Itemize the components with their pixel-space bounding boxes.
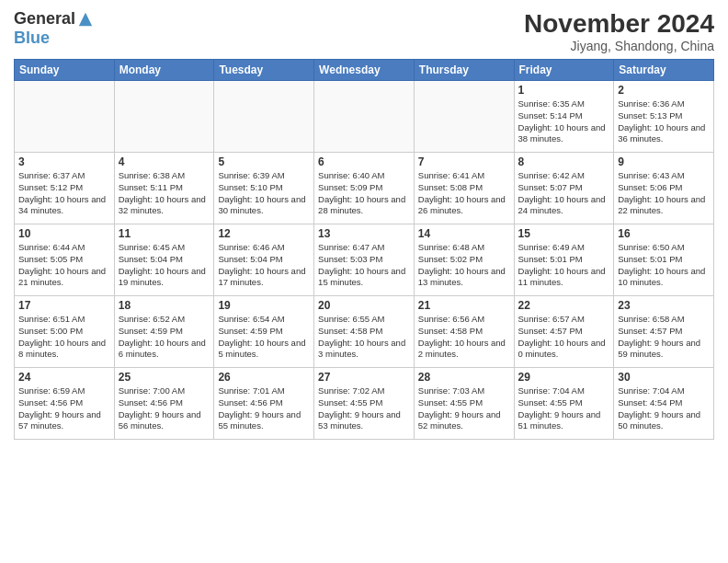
day-number: 14 — [418, 227, 510, 240]
table-row: 8Sunrise: 6:42 AM Sunset: 5:07 PM Daylig… — [514, 153, 614, 224]
title-area: November 2024 Jiyang, Shandong, China — [524, 9, 714, 53]
table-row: 30Sunrise: 7:04 AM Sunset: 4:54 PM Dayli… — [614, 368, 714, 440]
day-number: 28 — [418, 371, 510, 384]
day-number: 29 — [518, 371, 610, 384]
day-info: Sunrise: 6:44 AM Sunset: 5:05 PM Dayligh… — [18, 242, 110, 289]
day-number: 8 — [518, 155, 610, 168]
logo-general-text: General — [14, 9, 75, 29]
calendar-week-row: 10Sunrise: 6:44 AM Sunset: 5:05 PM Dayli… — [15, 224, 714, 296]
table-row: 28Sunrise: 7:03 AM Sunset: 4:55 PM Dayli… — [414, 368, 514, 440]
day-info: Sunrise: 6:41 AM Sunset: 5:08 PM Dayligh… — [418, 170, 510, 217]
table-row: 24Sunrise: 6:59 AM Sunset: 4:56 PM Dayli… — [15, 368, 115, 440]
table-row: 16Sunrise: 6:50 AM Sunset: 5:01 PM Dayli… — [614, 224, 714, 296]
table-row — [414, 81, 514, 153]
table-row: 10Sunrise: 6:44 AM Sunset: 5:05 PM Dayli… — [15, 224, 115, 296]
table-row: 2Sunrise: 6:36 AM Sunset: 5:13 PM Daylig… — [614, 81, 714, 153]
table-row — [214, 81, 314, 153]
day-number: 23 — [618, 299, 710, 312]
calendar-week-row: 3Sunrise: 6:37 AM Sunset: 5:12 PM Daylig… — [15, 153, 714, 224]
day-number: 11 — [119, 227, 210, 240]
table-row — [15, 81, 115, 153]
table-row: 3Sunrise: 6:37 AM Sunset: 5:12 PM Daylig… — [15, 153, 115, 224]
day-info: Sunrise: 7:04 AM Sunset: 4:55 PM Dayligh… — [518, 385, 610, 432]
table-row: 7Sunrise: 6:41 AM Sunset: 5:08 PM Daylig… — [414, 153, 514, 224]
day-info: Sunrise: 6:49 AM Sunset: 5:01 PM Dayligh… — [518, 242, 610, 289]
page: General Blue November 2024 Jiyang, Shand… — [0, 0, 728, 563]
day-info: Sunrise: 6:50 AM Sunset: 5:01 PM Dayligh… — [618, 242, 710, 289]
table-row: 11Sunrise: 6:45 AM Sunset: 5:04 PM Dayli… — [114, 224, 214, 296]
table-row: 27Sunrise: 7:02 AM Sunset: 4:55 PM Dayli… — [314, 368, 415, 440]
day-number: 22 — [518, 299, 610, 312]
table-row: 5Sunrise: 6:39 AM Sunset: 5:10 PM Daylig… — [214, 153, 314, 224]
day-info: Sunrise: 6:48 AM Sunset: 5:02 PM Dayligh… — [418, 242, 510, 289]
day-info: Sunrise: 7:00 AM Sunset: 4:56 PM Dayligh… — [119, 385, 210, 432]
day-info: Sunrise: 7:03 AM Sunset: 4:55 PM Dayligh… — [418, 385, 510, 432]
day-info: Sunrise: 7:01 AM Sunset: 4:56 PM Dayligh… — [218, 385, 310, 432]
table-row: 12Sunrise: 6:46 AM Sunset: 5:04 PM Dayli… — [214, 224, 314, 296]
day-number: 10 — [18, 227, 110, 240]
day-number: 4 — [119, 155, 210, 168]
col-friday: Friday — [514, 60, 614, 81]
day-number: 18 — [119, 299, 210, 312]
header: General Blue November 2024 Jiyang, Shand… — [14, 9, 714, 53]
calendar: Sunday Monday Tuesday Wednesday Thursday… — [14, 59, 714, 440]
day-info: Sunrise: 6:51 AM Sunset: 5:00 PM Dayligh… — [18, 314, 110, 361]
col-sunday: Sunday — [15, 60, 115, 81]
calendar-week-row: 17Sunrise: 6:51 AM Sunset: 5:00 PM Dayli… — [15, 296, 714, 368]
col-thursday: Thursday — [414, 60, 514, 81]
day-info: Sunrise: 6:57 AM Sunset: 4:57 PM Dayligh… — [518, 314, 610, 361]
day-number: 5 — [218, 155, 310, 168]
day-number: 25 — [119, 371, 210, 384]
day-info: Sunrise: 6:35 AM Sunset: 5:14 PM Dayligh… — [518, 98, 610, 145]
table-row: 26Sunrise: 7:01 AM Sunset: 4:56 PM Dayli… — [214, 368, 314, 440]
day-info: Sunrise: 6:54 AM Sunset: 4:59 PM Dayligh… — [218, 314, 310, 361]
table-row: 9Sunrise: 6:43 AM Sunset: 5:06 PM Daylig… — [614, 153, 714, 224]
calendar-week-row: 24Sunrise: 6:59 AM Sunset: 4:56 PM Dayli… — [15, 368, 714, 440]
day-number: 19 — [218, 299, 310, 312]
col-saturday: Saturday — [614, 60, 714, 81]
day-info: Sunrise: 6:39 AM Sunset: 5:10 PM Dayligh… — [218, 170, 310, 217]
day-number: 13 — [318, 227, 410, 240]
day-number: 24 — [18, 371, 110, 384]
day-info: Sunrise: 6:46 AM Sunset: 5:04 PM Dayligh… — [218, 242, 310, 289]
table-row: 25Sunrise: 7:00 AM Sunset: 4:56 PM Dayli… — [114, 368, 214, 440]
location: Jiyang, Shandong, China — [524, 39, 714, 53]
day-info: Sunrise: 6:59 AM Sunset: 4:56 PM Dayligh… — [18, 385, 110, 432]
table-row: 20Sunrise: 6:55 AM Sunset: 4:58 PM Dayli… — [314, 296, 415, 368]
col-wednesday: Wednesday — [314, 60, 415, 81]
col-monday: Monday — [114, 60, 214, 81]
table-row: 22Sunrise: 6:57 AM Sunset: 4:57 PM Dayli… — [514, 296, 614, 368]
day-info: Sunrise: 6:52 AM Sunset: 4:59 PM Dayligh… — [119, 314, 210, 361]
day-info: Sunrise: 6:43 AM Sunset: 5:06 PM Dayligh… — [618, 170, 710, 217]
day-info: Sunrise: 6:42 AM Sunset: 5:07 PM Dayligh… — [518, 170, 610, 217]
day-number: 26 — [218, 371, 310, 384]
table-row: 6Sunrise: 6:40 AM Sunset: 5:09 PM Daylig… — [314, 153, 415, 224]
table-row: 15Sunrise: 6:49 AM Sunset: 5:01 PM Dayli… — [514, 224, 614, 296]
col-tuesday: Tuesday — [214, 60, 314, 81]
table-row: 14Sunrise: 6:48 AM Sunset: 5:02 PM Dayli… — [414, 224, 514, 296]
table-row: 29Sunrise: 7:04 AM Sunset: 4:55 PM Dayli… — [514, 368, 614, 440]
day-info: Sunrise: 7:04 AM Sunset: 4:54 PM Dayligh… — [618, 385, 710, 432]
table-row — [114, 81, 214, 153]
logo: General Blue — [14, 9, 94, 48]
day-info: Sunrise: 6:40 AM Sunset: 5:09 PM Dayligh… — [318, 170, 410, 217]
day-info: Sunrise: 6:45 AM Sunset: 5:04 PM Dayligh… — [119, 242, 210, 289]
svg-marker-0 — [79, 12, 92, 25]
table-row: 18Sunrise: 6:52 AM Sunset: 4:59 PM Dayli… — [114, 296, 214, 368]
calendar-header-row: Sunday Monday Tuesday Wednesday Thursday… — [15, 60, 714, 81]
table-row: 19Sunrise: 6:54 AM Sunset: 4:59 PM Dayli… — [214, 296, 314, 368]
day-number: 7 — [418, 155, 510, 168]
day-number: 16 — [618, 227, 710, 240]
day-number: 21 — [418, 299, 510, 312]
day-number: 17 — [18, 299, 110, 312]
day-info: Sunrise: 6:37 AM Sunset: 5:12 PM Dayligh… — [18, 170, 110, 217]
day-info: Sunrise: 7:02 AM Sunset: 4:55 PM Dayligh… — [318, 385, 410, 432]
table-row: 21Sunrise: 6:56 AM Sunset: 4:58 PM Dayli… — [414, 296, 514, 368]
month-title: November 2024 — [524, 9, 714, 39]
table-row — [314, 81, 415, 153]
table-row: 4Sunrise: 6:38 AM Sunset: 5:11 PM Daylig… — [114, 153, 214, 224]
logo-icon — [77, 11, 94, 28]
day-info: Sunrise: 6:55 AM Sunset: 4:58 PM Dayligh… — [318, 314, 410, 361]
day-number: 2 — [618, 84, 710, 97]
logo-blue-text: Blue — [14, 29, 50, 48]
